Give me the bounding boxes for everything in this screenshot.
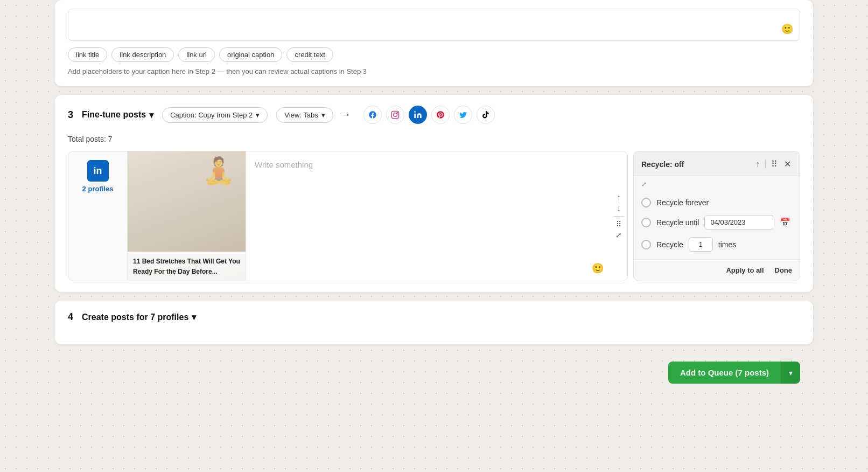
section3-card: 3 Fine-tune posts ▾ Caption: Copy from S… <box>55 95 813 292</box>
section3-chevron-icon: ▾ <box>149 110 153 120</box>
section4-number: 4 <box>68 311 73 323</box>
post-move-up-btn[interactable]: ↑ <box>617 193 621 202</box>
post-area: in 2 profiles 🧘 11 Bed Stretches That Wi… <box>68 151 800 281</box>
section4-title-btn[interactable]: Create posts for 7 profiles ▾ <box>82 312 196 322</box>
svg-rect-0 <box>391 111 398 118</box>
recycle-forever-option: Recycle forever <box>641 198 792 207</box>
caption-card: 🙂 link title link description link url o… <box>55 0 813 86</box>
recycle-close-btn[interactable]: ✕ <box>783 158 792 170</box>
recycle-times-option: Recycle times <box>641 237 792 252</box>
svg-point-3 <box>414 111 416 113</box>
section4-chevron-icon: ▾ <box>192 312 196 322</box>
image-decoration: 🧘 <box>202 156 235 186</box>
recycle-until-label: Recycle until <box>656 218 699 227</box>
recycle-header-icons: ↑ ⠿ ✕ <box>754 158 792 170</box>
recycle-until-radio[interactable] <box>641 218 651 227</box>
total-posts: Total posts: 7 <box>68 135 800 143</box>
arrow-right-icon: → <box>342 110 351 120</box>
recycle-status-label: Recycle: off <box>641 160 684 169</box>
view-dropdown-chevron-icon: ▾ <box>321 111 325 119</box>
placeholder-btn-link-description[interactable]: link description <box>111 47 174 62</box>
placeholder-btn-link-title[interactable]: link title <box>68 47 107 62</box>
section3-title-btn[interactable]: Fine-tune posts ▾ <box>82 110 153 120</box>
linkedin-logo-icon: in <box>87 160 109 182</box>
social-icon-linkedin[interactable] <box>409 106 427 124</box>
view-dropdown-btn[interactable]: View: Tabs ▾ <box>276 107 333 123</box>
caption-dropdown-label: Caption: Copy from Step 2 <box>170 111 253 119</box>
emoji-icon[interactable]: 🙂 <box>781 23 793 35</box>
recycle-date-input[interactable] <box>704 215 774 230</box>
post-row: in 2 profiles 🧘 11 Bed Stretches That Wi… <box>68 151 628 281</box>
placeholder-btn-credit-text[interactable]: credit text <box>286 47 333 62</box>
recycle-times-input[interactable] <box>689 237 713 252</box>
recycle-expand-btn[interactable]: ⤢ <box>641 178 647 190</box>
calendar-icon-btn[interactable]: 📅 <box>780 217 790 227</box>
social-icons <box>363 106 495 124</box>
recycle-until-option: Recycle until 📅 <box>641 215 792 230</box>
bottom-bar: Add to Queue (7 posts) ▾ <box>55 353 813 392</box>
recycle-options: Recycle forever Recycle until 📅 Recycle <box>634 190 800 259</box>
add-queue-container: Add to Queue (7 posts) ▾ <box>668 362 800 384</box>
post-emoji-btn[interactable]: 🙂 <box>592 262 604 274</box>
recycle-times-radio[interactable] <box>641 240 651 249</box>
social-icon-twitter[interactable] <box>454 106 472 124</box>
recycle-header: Recycle: off ↑ ⠿ ✕ <box>634 151 800 176</box>
add-queue-dropdown-btn[interactable]: ▾ <box>781 362 800 384</box>
social-icon-tiktok[interactable] <box>477 106 495 124</box>
recycle-grid-icon-btn[interactable]: ⠿ <box>770 158 779 170</box>
add-to-queue-btn[interactable]: Add to Queue (7 posts) <box>668 362 781 384</box>
svg-point-2 <box>397 113 397 113</box>
profiles-count: 2 profiles <box>82 185 114 193</box>
recycle-footer: Apply to all Done <box>634 259 800 281</box>
post-image-caption-area: 11 Bed Stretches That Will Get You Ready… <box>128 252 246 281</box>
caption-placeholder-text: Write something <box>255 160 313 169</box>
post-controls: ↑ ↓ ⠿ ⤢ <box>610 151 627 281</box>
social-icon-facebook[interactable] <box>363 106 382 124</box>
post-grid-btn[interactable]: ⠿ <box>616 220 621 228</box>
placeholder-hint: Add placeholders to your caption here in… <box>68 67 800 75</box>
caption-dropdown-chevron-icon: ▾ <box>256 111 260 119</box>
done-btn[interactable]: Done <box>775 266 793 274</box>
recycle-panel: Recycle: off ↑ ⠿ ✕ ⤢ Recycle forever <box>633 151 800 281</box>
divider <box>765 160 766 169</box>
section3-title: Fine-tune posts <box>82 110 146 120</box>
add-queue-chevron-icon: ▾ <box>789 369 793 377</box>
post-caption-section[interactable]: Write something 🙂 <box>246 151 610 281</box>
placeholder-btn-link-url[interactable]: link url <box>178 47 215 62</box>
post-profile-section: in 2 profiles <box>68 151 128 281</box>
apply-all-btn[interactable]: Apply to all <box>726 266 764 274</box>
section4-card: 4 Create posts for 7 profiles ▾ <box>55 301 813 344</box>
divider <box>613 216 624 217</box>
post-move-down-btn[interactable]: ↓ <box>617 204 621 213</box>
social-icon-instagram[interactable] <box>386 106 404 124</box>
view-dropdown-label: View: Tabs <box>284 111 318 119</box>
recycle-times-suffix: times <box>718 240 736 249</box>
post-expand-btn[interactable]: ⤢ <box>615 231 622 239</box>
recycle-up-section: ⤢ <box>634 176 800 190</box>
post-image-section: 🧘 11 Bed Stretches That Will Get You Rea… <box>128 151 246 281</box>
recycle-up-icon-btn[interactable]: ↑ <box>754 158 761 170</box>
placeholder-buttons: link title link description link url ori… <box>68 47 800 62</box>
caption-textarea-area: 🙂 <box>68 9 800 41</box>
section3-number: 3 <box>68 109 73 121</box>
section3-header: 3 Fine-tune posts ▾ Caption: Copy from S… <box>68 106 800 124</box>
section4-header: 4 Create posts for 7 profiles ▾ <box>68 311 800 323</box>
placeholder-btn-original-caption[interactable]: original caption <box>219 47 282 62</box>
recycle-forever-radio[interactable] <box>641 198 651 207</box>
social-icon-pinterest[interactable] <box>431 106 450 124</box>
caption-dropdown-btn[interactable]: Caption: Copy from Step 2 ▾ <box>162 107 268 123</box>
recycle-times-label: Recycle <box>656 240 683 249</box>
recycle-forever-label: Recycle forever <box>656 198 709 207</box>
svg-point-1 <box>393 113 397 117</box>
section4-title: Create posts for 7 profiles <box>82 313 188 322</box>
post-image-title: 11 Bed Stretches That Will Get You Ready… <box>133 258 240 275</box>
